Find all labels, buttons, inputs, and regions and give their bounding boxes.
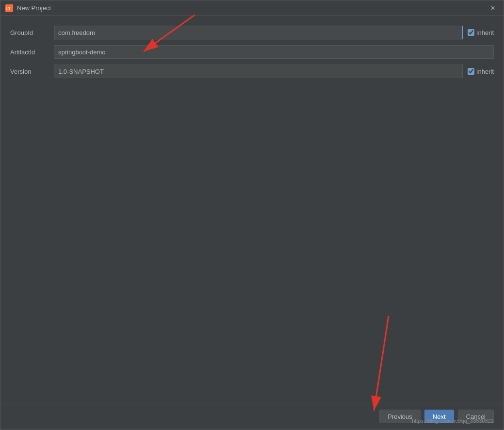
footer: Previous Next Cancel xyxy=(0,403,504,430)
groupid-label: GroupId xyxy=(10,29,49,36)
version-input[interactable] xyxy=(54,65,463,78)
watermark: https://blog.csdn.net/qq_33530821 xyxy=(412,418,494,424)
content-area: GroupId Inherit ArtifactId Version Inher… xyxy=(0,16,504,403)
groupid-inherit-container: Inherit xyxy=(468,29,494,36)
version-label: Version xyxy=(10,68,49,75)
close-button[interactable]: × xyxy=(487,2,499,14)
version-inherit-container: Inherit xyxy=(468,68,494,75)
new-project-dialog: IJ New Project × GroupId Inherit Artifac… xyxy=(0,0,504,430)
form-area: GroupId Inherit ArtifactId Version Inher… xyxy=(10,26,494,78)
version-inherit-checkbox[interactable] xyxy=(468,68,474,75)
title-bar: IJ New Project × xyxy=(0,0,504,16)
artifactid-label: ArtifactId xyxy=(10,49,49,56)
groupid-inherit-checkbox[interactable] xyxy=(468,29,474,36)
version-row: Version Inherit xyxy=(10,65,494,78)
svg-text:IJ: IJ xyxy=(6,6,10,11)
artifactid-input[interactable] xyxy=(54,45,494,59)
version-inherit-label[interactable]: Inherit xyxy=(476,68,494,75)
groupid-input[interactable] xyxy=(54,26,463,39)
groupid-inherit-label[interactable]: Inherit xyxy=(476,29,494,36)
title-bar-left: IJ New Project xyxy=(5,4,51,12)
artifactid-row: ArtifactId xyxy=(10,45,494,59)
app-icon: IJ xyxy=(5,4,13,12)
groupid-row: GroupId Inherit xyxy=(10,26,494,39)
window-title: New Project xyxy=(17,4,51,12)
